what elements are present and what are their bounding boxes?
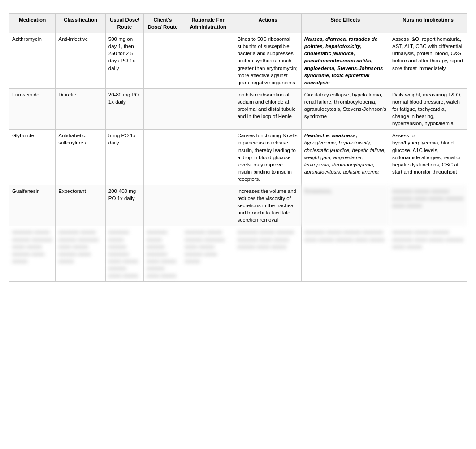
usual-dose-cell: 20-80 mg PO 1x daily (105, 88, 143, 129)
usual-dose-cell: 5 mg PO 1x daily (105, 130, 143, 185)
actions-cell: Binds to 50S ribosomal subunits of susce… (234, 33, 301, 89)
table-header: Usual Dose/ Route (105, 14, 143, 33)
rationale-cell (182, 185, 234, 226)
actions-cell: xxxxxxxx xxxxxx xxxxxxx xxxxxxxx xxxxx x… (234, 226, 301, 282)
table-row: FurosemideDiuretic20-80 mg PO 1x dailyIn… (9, 88, 467, 129)
classification-cell: Anti-infective (56, 33, 106, 89)
rationale-cell: xxxxxxxx xxxxxx xxxxxxx xxxxxxxx xxxxx x… (182, 226, 234, 282)
clients-dose-cell (143, 33, 182, 89)
clients-dose-cell: xxxxxxxx xxxxxx xxxxxxx xxxxxxxx xxxxx x… (143, 226, 182, 282)
table-header: Client's Dose/ Route (143, 14, 182, 33)
medications-table: MedicationClassificationUsual Dose/ Rout… (9, 13, 467, 282)
side-effects-cell: Headache, weakness, hypoglycemia, hepato… (301, 130, 389, 185)
table-row: xxxxxxxx xxxxxx xxxxxxx xxxxxxxx xxxxx x… (9, 226, 467, 282)
side-effects-cell: Drowsiness, (301, 185, 389, 226)
table-header: Actions (234, 14, 301, 33)
usual-dose-cell: 200-400 mg PO 1x daily (105, 185, 143, 226)
table-header: Nursing Implications (389, 14, 467, 33)
clients-dose-cell (143, 130, 182, 185)
actions-cell: Increases the volume and reduces the vis… (234, 185, 301, 226)
side-effects-cell: xxxxxxxx xxxxxx xxxxxxx xxxxxxxx xxxxx x… (301, 226, 389, 282)
medication-cell: Glyburide (9, 130, 56, 185)
actions-cell: Inhibits reabsorption of sodium and chlo… (234, 88, 301, 129)
classification-cell: Expectorant (56, 185, 106, 226)
usual-dose-cell: xxxxxxxx xxxxxx xxxxxxx xxxxxxxx xxxxx x… (105, 226, 143, 282)
table-row: GlyburideAntidiabetic, sulfonylure a5 mg… (9, 130, 467, 185)
classification-cell: Diuretic (56, 88, 106, 129)
medication-cell: xxxxxxxx xxxxxx xxxxxxx xxxxxxxx xxxxx x… (9, 226, 56, 282)
table-header: Medication (9, 14, 56, 33)
nursing-cell: xxxxxxxx xxxxxx xxxxxxx xxxxxxxx xxxxx x… (389, 185, 467, 226)
table-header: Classification (56, 14, 106, 33)
actions-cell: Causes functioning ß cells in pancreas t… (234, 130, 301, 185)
usual-dose-cell: 500 mg on day 1, then 250 for 2-5 days P… (105, 33, 143, 89)
rationale-cell (182, 33, 234, 89)
clients-dose-cell (143, 88, 182, 129)
side-effects-cell: Circulatory collapse, hypokalemia, renal… (301, 88, 389, 129)
table-row: AzithromycinAnti-infective500 mg on day … (9, 33, 467, 89)
nursing-cell: Daily weight, measuring I & O, normal bl… (389, 88, 467, 129)
clients-dose-cell (143, 185, 182, 226)
table-header: Side Effects (301, 14, 389, 33)
medication-cell: Guaifenesin (9, 185, 56, 226)
rationale-cell (182, 88, 234, 129)
table-row: GuaifenesinExpectorant200-400 mg PO 1x d… (9, 185, 467, 226)
table-header: Rationale For Administration (182, 14, 234, 33)
classification-cell: Antidiabetic, sulfonylure a (56, 130, 106, 185)
medication-cell: Azithromycin (9, 33, 56, 89)
classification-cell: xxxxxxxx xxxxxx xxxxxxx xxxxxxxx xxxxx x… (56, 226, 106, 282)
medication-cell: Furosemide (9, 88, 56, 129)
rationale-cell (182, 130, 234, 185)
side-effects-cell: Nausea, diarrhea, torsades de pointes, h… (301, 33, 389, 89)
nursing-cell: Assess for hypo/hyperglycemia, blood glu… (389, 130, 467, 185)
nursing-cell: Assess I&O, report hematuria, AST, ALT, … (389, 33, 467, 89)
nursing-cell: xxxxxxxx xxxxxx xxxxxxx xxxxxxxx xxxxx x… (389, 226, 467, 282)
